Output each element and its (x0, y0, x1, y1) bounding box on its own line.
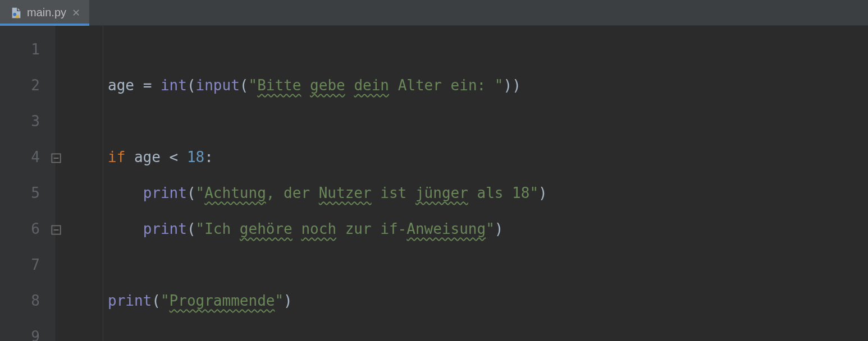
code-line[interactable]: print("Achtung, der Nutzer ist jünger al… (108, 175, 868, 211)
line-number: 3 (0, 103, 56, 139)
code-token: gebe (310, 77, 345, 94)
code-token: "Ich (196, 220, 240, 237)
tab-main-py[interactable]: main.py ✕ (0, 0, 89, 25)
code-token: 18 (187, 149, 204, 165)
code-token: ( (152, 292, 161, 309)
code-token: age (108, 77, 143, 94)
code-token: print (143, 185, 187, 201)
code-token: = (143, 77, 161, 94)
code-token (108, 220, 143, 237)
code-token: ) (495, 220, 504, 237)
fold-cell (56, 139, 103, 175)
code-token: Achtung (204, 185, 266, 201)
code-token: " (161, 292, 170, 309)
code-token (345, 77, 354, 94)
code-token: jünger (415, 185, 468, 201)
code-token: Bitte (257, 77, 301, 94)
code-token: Nutzer (319, 185, 372, 201)
code-token: " (486, 220, 495, 237)
code-line[interactable] (108, 103, 868, 139)
code-line[interactable] (108, 247, 868, 283)
close-tab-icon[interactable]: ✕ (71, 7, 81, 19)
code-token: Alter ein: " (389, 77, 504, 94)
code-token: ( (187, 185, 196, 201)
code-token: Anweisung (406, 220, 486, 237)
code-line[interactable]: age = int(input("Bitte gebe dein Alter e… (108, 67, 868, 103)
code-line[interactable] (108, 319, 868, 341)
code-token: ( (187, 77, 196, 94)
fold-cell (56, 67, 103, 103)
code-token: , der (266, 185, 319, 201)
svg-point-0 (13, 12, 16, 16)
code-token: noch (301, 220, 336, 237)
fold-cell (56, 247, 103, 283)
code-token: " (249, 77, 258, 94)
code-token (293, 220, 301, 237)
fold-column (56, 26, 103, 341)
code-token: als 18" (468, 185, 538, 201)
fold-cell (56, 319, 103, 341)
code-token: ist (372, 185, 415, 201)
fold-cell (56, 31, 103, 67)
code-editor[interactable]: 123456789 age = int(input("Bitte gebe de… (0, 26, 868, 341)
code-token: input (196, 77, 240, 94)
fold-collapse-icon[interactable] (50, 151, 62, 163)
code-token: dein (354, 77, 389, 94)
code-line[interactable] (108, 31, 868, 67)
line-number: 8 (0, 283, 56, 319)
code-token: ) (538, 185, 547, 201)
fold-cell (56, 175, 103, 211)
code-token: int (161, 77, 187, 94)
fold-collapse-icon[interactable] (50, 223, 62, 235)
line-number: 1 (0, 31, 56, 67)
code-token: " (196, 185, 205, 201)
fold-cell (56, 211, 103, 247)
line-number: 4 (0, 139, 56, 175)
tab-bar: main.py ✕ (0, 0, 868, 26)
code-token: ( (187, 220, 196, 237)
fold-cell (56, 103, 103, 139)
fold-cell (56, 283, 103, 319)
python-file-icon (10, 7, 22, 19)
line-number: 5 (0, 175, 56, 211)
code-line[interactable]: if age < 18: (108, 139, 868, 175)
line-number: 2 (0, 67, 56, 103)
code-token: " (275, 292, 284, 309)
line-number: 9 (0, 319, 56, 341)
tab-label: main.py (27, 6, 66, 19)
line-number: 6 (0, 211, 56, 247)
code-token: : (204, 149, 213, 165)
code-token: age (134, 149, 170, 165)
code-line[interactable]: print("Ich gehöre noch zur if-Anweisung"… (108, 211, 868, 247)
svg-point-1 (16, 15, 19, 18)
code-token: zur if- (336, 220, 406, 237)
line-number-gutter: 123456789 (0, 26, 56, 341)
code-token: if (108, 149, 134, 165)
code-token (108, 185, 143, 201)
code-token: Programmende (170, 292, 275, 309)
code-token: < (170, 149, 187, 165)
code-token: ( (240, 77, 249, 94)
code-token (301, 77, 310, 94)
code-token: ) (284, 292, 293, 309)
code-token: gehöre (240, 220, 293, 237)
code-token: )) (504, 77, 521, 94)
code-token: print (108, 292, 152, 309)
code-line[interactable]: print("Programmende") (108, 283, 868, 319)
line-number: 7 (0, 247, 56, 283)
code-token: print (143, 220, 187, 237)
code-area[interactable]: age = int(input("Bitte gebe dein Alter e… (103, 26, 868, 341)
